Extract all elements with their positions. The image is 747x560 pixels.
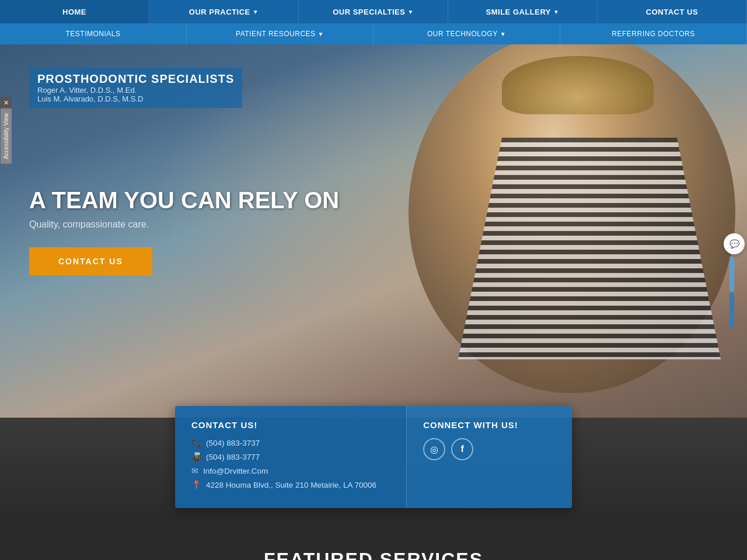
address-row: 📍 4228 Houma Blvd., Suite 210 Metairie, …	[191, 480, 390, 489]
nav-contact-us[interactable]: CONTACT US	[598, 0, 747, 23]
facebook-button[interactable]: f	[451, 438, 473, 460]
nav-our-technology[interactable]: OUR TECHNOLOGY ▼	[374, 23, 560, 44]
right-widget: 💬	[721, 231, 747, 329]
chat-widget-button[interactable]: 💬	[724, 233, 745, 254]
fax-row: 📠 (504) 883-3777	[191, 452, 390, 461]
location-icon: 📍	[191, 480, 201, 489]
contact-info-box: CONTACT US! 📞 (504) 883-3737 📠 (504) 883…	[175, 406, 406, 508]
facebook-icon: f	[461, 444, 464, 454]
nav-top: HOME OUR PRACTICE ▼ OUR SPECIALTIES ▼ SM…	[0, 0, 747, 44]
nav-patient-resources[interactable]: PATIENT RESOURCES ▼	[187, 23, 374, 44]
hero-headline: A TEAM YOU CAN RELY ON	[29, 187, 718, 214]
smile-gallery-chevron: ▼	[553, 9, 559, 15]
patient-resources-chevron: ▼	[318, 31, 324, 37]
our-practice-chevron: ▼	[253, 9, 259, 15]
chat-icon: 💬	[729, 239, 739, 249]
hero-badge-title: PROSTHODONTIC SPECIALISTS	[37, 72, 234, 86]
contact-heading: CONTACT US!	[191, 420, 390, 430]
email-icon: ✉	[191, 466, 198, 475]
our-specialties-chevron: ▼	[407, 9, 413, 15]
connect-heading: CONNECT WITH US!	[423, 420, 556, 430]
hero-badge: PROSTHODONTIC SPECIALISTS Roger A. Vitte…	[29, 68, 242, 108]
nav-our-practice[interactable]: OUR PRACTICE ▼	[149, 0, 299, 23]
hero-subtext: Quality, compassionate care.	[29, 219, 718, 230]
email-address[interactable]: Info@Drvitter.Com	[203, 467, 268, 475]
our-technology-chevron: ▼	[500, 31, 506, 37]
accessibility-bar[interactable]: ✕ Accessibility View	[0, 97, 12, 164]
featured-heading: FEATURED SERVICES	[23, 549, 724, 560]
connect-box: CONNECT WITH US! ◎ f	[406, 406, 572, 508]
hero-section: ✕ Accessibility View PROSTHODONTIC SPECI…	[0, 44, 747, 418]
fax-icon: 📠	[191, 452, 201, 461]
accessibility-label[interactable]: Accessibility View	[1, 108, 12, 164]
phone-icon: 📞	[191, 438, 201, 447]
nav-testimonials[interactable]: TESTIMONIALS	[0, 23, 187, 44]
doctor2-name: Luis M. Alvarado, D.D.S, M.S.D	[37, 94, 234, 103]
nav-referring-doctors[interactable]: REFERRING DOCTORS	[560, 23, 747, 44]
nav-home[interactable]: HOME	[0, 0, 149, 23]
nav-our-specialties[interactable]: OUR SPECIALTIES ▼	[299, 0, 448, 23]
doctor1-name: Roger A. Vitter, D.D.S., M.Ed.	[37, 86, 234, 94]
social-icons: ◎ f	[423, 438, 556, 460]
nav-smile-gallery[interactable]: SMILE GALLERY ▼	[448, 0, 598, 23]
instagram-button[interactable]: ◎	[423, 438, 445, 460]
fax-number: (504) 883-3777	[206, 453, 260, 461]
instagram-icon: ◎	[430, 444, 438, 455]
office-address: 4228 Houma Blvd., Suite 210 Metairie, LA…	[206, 481, 376, 489]
featured-services-section: FEATURED SERVICES We look forward to hea…	[0, 520, 747, 560]
email-row: ✉ Info@Drvitter.Com	[191, 466, 390, 475]
hero-content: PROSTHODONTIC SPECIALISTS Roger A. Vitte…	[0, 44, 747, 299]
phone-row: 📞 (504) 883-3737	[191, 438, 390, 447]
hero-cta-button[interactable]: CONTACT US	[29, 247, 152, 275]
accessibility-close-btn[interactable]: ✕	[0, 97, 12, 108]
phone-number[interactable]: (504) 883-3737	[206, 439, 260, 447]
